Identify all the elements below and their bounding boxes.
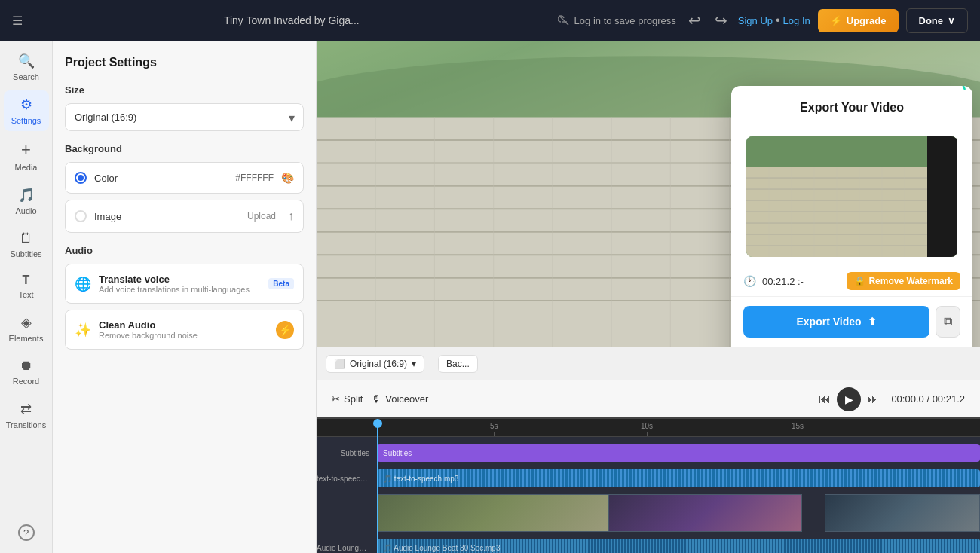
sidebar-item-text[interactable]: T Text	[4, 267, 49, 305]
export-panel: Export Your Video	[731, 86, 972, 347]
clean-audio-title: Clean Audio	[99, 319, 268, 331]
bg-color-value: #FFFFFF	[235, 173, 274, 183]
upgrade-icon: ⚡	[830, 15, 842, 26]
sidebar-label-transitions: Transitions	[6, 420, 46, 429]
subtitle-track-name: Subtitles	[383, 449, 412, 457]
done-chevron-icon: ∨	[948, 15, 955, 26]
preview-size-select[interactable]: ⬜ Original (16:9) ▾	[326, 355, 424, 373]
play-button[interactable]: ▶	[837, 387, 861, 411]
video-clips-track	[377, 493, 980, 533]
sidebar-item-record[interactable]: ⏺ Record	[4, 352, 49, 392]
background-section: Color #FFFFFF 🎨 Image Upload ↑	[65, 162, 304, 233]
split-icon: ✂	[332, 393, 340, 405]
timeline-playhead[interactable]	[377, 419, 378, 553]
center-area: Export Your Video	[317, 41, 980, 553]
export-preview-container	[731, 136, 972, 257]
help-icon: ?	[18, 524, 35, 541]
sidebar-item-elements[interactable]: ◈ Elements	[4, 308, 49, 349]
translate-voice-card[interactable]: 🌐 Translate voice Add voice translations…	[65, 264, 304, 304]
size-label: Size	[65, 84, 304, 96]
left-sidebar: 🔍 Search ⚙ Settings + Media 🎵 Audio 🗒 Su…	[0, 41, 53, 553]
remove-watermark-button[interactable]: 🔒 Remove Watermark	[847, 272, 960, 290]
svg-rect-25	[746, 136, 957, 167]
sidebar-item-media[interactable]: + Media	[4, 134, 49, 178]
timeline: 5s 10s 15s Subtitles	[317, 417, 980, 553]
clean-audio-card[interactable]: ✨ Clean Audio Remove background noise ⚡	[65, 310, 304, 350]
current-time: 00:00.0	[891, 393, 923, 405]
sidebar-label-elements: Elements	[9, 334, 44, 343]
export-btn-row: Export Video ⬆ ⧉	[731, 297, 972, 347]
music-track-name: 🎵 Audio Lounge Beat 30 Sec.mp3	[383, 544, 500, 552]
translate-icon: 🌐	[75, 276, 91, 292]
media-add-icon: +	[21, 140, 31, 160]
bg-image-radio[interactable]	[75, 210, 87, 222]
time-display: 00:00.0 / 00:21.2	[891, 393, 965, 405]
done-label: Done	[919, 15, 944, 26]
subtitle-track: Subtitles Subtitles	[377, 441, 980, 464]
export-preview-thumb	[746, 136, 957, 257]
playback-controls: ✂ Split 🎙 Voiceover ⏮ ▶ ⏭ 00:00.0 / 00:2…	[317, 380, 980, 417]
sidebar-label-settings: Settings	[11, 116, 41, 125]
ruler-mark-10s: 10s	[641, 422, 653, 436]
bg-image-option[interactable]: Image Upload ↑	[65, 200, 304, 233]
settings-title: Project Settings	[65, 56, 304, 69]
bg-color-option[interactable]: Color #FFFFFF 🎨	[65, 162, 304, 194]
sidebar-item-transitions[interactable]: ⇄ Transitions	[4, 395, 49, 435]
total-time: 00:21.2	[933, 393, 965, 405]
elements-icon: ◈	[21, 314, 32, 331]
translate-beta-badge: Beta	[268, 278, 294, 289]
sidebar-item-audio[interactable]: 🎵 Audio	[4, 181, 49, 222]
color-picker-icon[interactable]: 🎨	[281, 172, 294, 184]
export-copy-button[interactable]: ⧉	[936, 306, 960, 338]
size-select[interactable]: Original (16:9)	[65, 103, 304, 131]
audio-section: 🌐 Translate voice Add voice translations…	[65, 264, 304, 350]
sidebar-label-search: Search	[13, 72, 39, 81]
split-button[interactable]: ✂ Split	[332, 393, 363, 405]
svg-rect-27	[927, 136, 957, 257]
video-clip-1[interactable]	[377, 494, 608, 532]
clean-audio-info: Clean Audio Remove background noise	[99, 319, 268, 340]
done-button[interactable]: Done ∨	[906, 8, 969, 33]
timeline-ruler: 5s 10s 15s	[317, 419, 980, 437]
video-clip-3[interactable]	[825, 494, 980, 532]
sidebar-item-subtitles[interactable]: 🗒 Subtitles	[4, 225, 49, 264]
export-video-button[interactable]: Export Video ⬆	[743, 306, 929, 338]
signup-link[interactable]: Sign Up	[738, 15, 773, 26]
copy-icon: ⧉	[944, 315, 952, 328]
skip-back-button[interactable]: ⏮	[819, 393, 831, 406]
sidebar-item-help[interactable]: ?	[4, 518, 49, 547]
background-label: Background	[65, 143, 304, 154]
video-preview: Export Your Video	[317, 41, 980, 347]
preview-back-button[interactable]: Bac...	[438, 355, 478, 373]
preview-toolbar: ⬜ Original (16:9) ▾ Bac...	[317, 347, 980, 380]
cloud-off-icon	[558, 14, 570, 26]
music-track-bar[interactable]: 🎵 Audio Lounge Beat 30 Sec.mp3	[377, 539, 980, 553]
upgrade-button[interactable]: ⚡ Upgrade	[818, 9, 899, 32]
bg-color-radio[interactable]	[75, 172, 87, 184]
mic-icon: 🎙	[372, 393, 381, 405]
music-track: Audio Lounge Beat 30 Sec.mp3 🎵 Audio Lou…	[377, 536, 980, 553]
sidebar-item-settings[interactable]: ⚙ Settings	[4, 90, 49, 131]
login-link[interactable]: Log In	[783, 15, 810, 26]
aspect-ratio-icon: ⬜	[334, 359, 345, 369]
export-info-row: 🕐 00:21.2 :- 🔒 Remove Watermark	[731, 266, 972, 297]
transitions-icon: ⇄	[20, 401, 32, 417]
tts-track-bar[interactable]: 🎵 text-to-speech.mp3	[377, 469, 980, 487]
export-video-label: Export Video	[796, 316, 861, 328]
upgrade-label: Upgrade	[847, 15, 887, 26]
voiceover-button[interactable]: 🎙 Voiceover	[372, 393, 428, 405]
clean-audio-subtitle: Remove background noise	[99, 331, 268, 340]
remove-watermark-label: Remove Watermark	[868, 276, 953, 286]
redo-button[interactable]: ↪	[712, 8, 730, 32]
tts-track-name: 🎵 text-to-speech.mp3	[383, 475, 458, 483]
upload-button[interactable]: Upload	[247, 211, 276, 222]
sidebar-item-search[interactable]: 🔍 Search	[4, 47, 49, 87]
undo-button[interactable]: ↩	[685, 8, 704, 32]
subtitle-track-bar[interactable]: Subtitles	[377, 444, 980, 462]
clean-audio-upgrade-icon: ⚡	[276, 321, 294, 339]
export-panel-header: Export Your Video	[731, 86, 972, 127]
video-clip-2[interactable]	[608, 494, 801, 532]
menu-icon[interactable]: ☰	[12, 14, 23, 28]
export-upload-icon: ⬆	[868, 316, 877, 328]
skip-forward-button[interactable]: ⏭	[867, 393, 879, 406]
